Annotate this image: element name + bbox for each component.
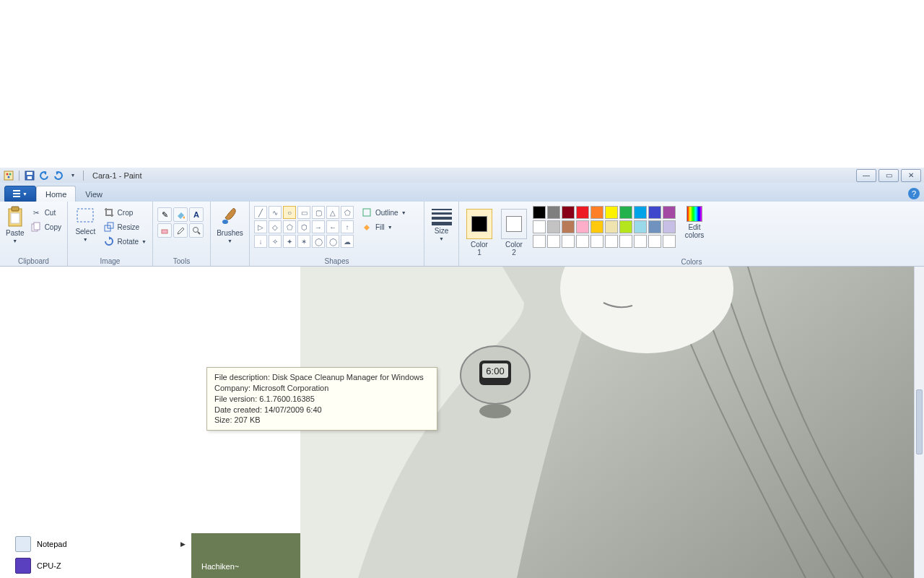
palette-swatch-empty[interactable] (605, 235, 618, 248)
shape-fill-button[interactable]: Fill▼ (359, 220, 408, 233)
redo-icon[interactable] (53, 170, 64, 181)
file-tab[interactable]: ▼ (4, 186, 36, 202)
group-size: Size▼ (424, 202, 459, 266)
palette-swatch[interactable] (634, 220, 647, 233)
palette-swatch[interactable] (663, 206, 676, 219)
size-icon (432, 206, 452, 225)
eraser-tool[interactable] (157, 223, 172, 238)
select-button[interactable]: Select▼ (72, 203, 99, 242)
brushes-button[interactable]: Brushes▼ (215, 203, 245, 243)
palette-swatch-empty[interactable] (590, 235, 603, 248)
svg-rect-20 (363, 209, 370, 216)
group-clipboard: Paste▼ ✂Cut Copy Clipboard (0, 202, 68, 266)
shapes-gallery[interactable]: ╱∿○▭▢△⬠ ▷◇⬠⬡→←↑ ↓✧✦✶◯◯☁ (254, 203, 354, 248)
palette-swatch[interactable] (648, 220, 661, 233)
scrollbar-thumb[interactable] (916, 389, 923, 454)
palette-swatch-empty[interactable] (547, 235, 560, 248)
scissors-icon: ✂ (30, 207, 42, 218)
palette-swatch[interactable] (533, 206, 546, 219)
palette-swatch[interactable] (648, 206, 661, 219)
cut-button[interactable]: ✂Cut (29, 206, 63, 219)
start-user-panel: Hachiken~ (191, 533, 300, 578)
color2-button[interactable]: Color 2 (498, 203, 530, 256)
palette-swatch[interactable] (547, 206, 560, 219)
fill-tool[interactable] (173, 207, 188, 222)
magnifier-tool[interactable] (189, 223, 204, 238)
palette-swatch[interactable] (634, 206, 647, 219)
canvas-area: 6:00 Notepad ▶ CPU-Z Hachiken~ Programs … (0, 267, 924, 578)
copy-button[interactable]: Copy (29, 220, 63, 233)
palette-swatch[interactable] (547, 220, 560, 233)
resize-button[interactable]: Resize (102, 220, 148, 233)
resize-icon (103, 221, 115, 233)
color1-button[interactable]: Color 1 (463, 203, 495, 256)
edit-colors-button[interactable]: Edit colors (679, 203, 710, 239)
fill-icon (361, 221, 372, 233)
minimize-button[interactable]: — (856, 169, 876, 182)
palette-swatch-empty[interactable] (533, 235, 546, 248)
palette-swatch[interactable] (590, 206, 603, 219)
size-button[interactable]: Size▼ (429, 203, 454, 241)
pencil-tool[interactable]: ✎ (157, 207, 172, 222)
color-palette[interactable] (533, 203, 676, 248)
svg-point-19 (222, 220, 228, 224)
vertical-scrollbar[interactable] (914, 267, 924, 578)
rotate-icon (103, 236, 115, 247)
qat-customize-icon[interactable]: ▼ (67, 170, 79, 181)
palette-swatch[interactable] (605, 220, 618, 233)
palette-swatch[interactable] (576, 206, 589, 219)
ribbon-tabs: ▼ Home View ? (0, 183, 924, 202)
svg-line-18 (198, 232, 200, 234)
copy-icon (30, 221, 42, 233)
maximize-button[interactable]: ▭ (879, 169, 899, 182)
palette-swatch[interactable] (663, 220, 676, 233)
save-icon[interactable] (24, 170, 35, 181)
palette-swatch[interactable] (562, 206, 575, 219)
text-tool[interactable]: A (189, 207, 204, 222)
start-item-notepad[interactable]: Notepad ▶ (9, 533, 191, 555)
svg-point-17 (193, 228, 199, 233)
start-menu-overlay: Notepad ▶ CPU-Z Hachiken~ Programs (1) c… (2, 533, 298, 578)
group-image: Select▼ Crop Resize Rotate▼ Image (68, 202, 153, 266)
paint-app-icon (3, 170, 14, 181)
palette-swatch[interactable] (590, 220, 603, 233)
group-label (429, 264, 454, 266)
tab-home[interactable]: Home (36, 186, 76, 202)
help-icon[interactable]: ? (908, 188, 920, 199)
palette-swatch[interactable] (576, 220, 589, 233)
submenu-arrow-icon: ▶ (180, 540, 186, 548)
palette-swatch-empty[interactable] (562, 235, 575, 248)
palette-swatch[interactable] (562, 220, 575, 233)
shape-outline-button[interactable]: Outline▼ (359, 206, 408, 219)
crop-button[interactable]: Crop (102, 206, 148, 219)
start-item-cpuz[interactable]: CPU-Z (9, 555, 191, 577)
window-title: Cara-1 - Paint (92, 171, 141, 180)
palette-swatch-empty[interactable] (619, 235, 632, 248)
palette-swatch[interactable] (619, 220, 632, 233)
outline-icon (361, 207, 372, 218)
svg-rect-9 (11, 213, 19, 223)
undo-icon[interactable] (38, 170, 50, 181)
quick-access-toolbar: ▼ (0, 170, 88, 181)
palette-swatch-empty[interactable] (663, 235, 676, 248)
group-label: Colors (463, 256, 920, 267)
palette-swatch-empty[interactable] (576, 235, 589, 248)
tab-view[interactable]: View (76, 186, 112, 202)
svg-rect-0 (4, 171, 13, 180)
palette-swatch-empty[interactable] (648, 235, 661, 248)
paste-button[interactable]: Paste▼ (4, 203, 26, 243)
picker-tool[interactable] (173, 223, 188, 238)
palette-swatch[interactable] (533, 220, 546, 233)
rotate-button[interactable]: Rotate▼ (102, 235, 148, 248)
qat-separator (19, 171, 19, 181)
palette-swatch[interactable] (605, 206, 618, 219)
close-button[interactable]: ✕ (901, 169, 921, 182)
palette-swatch[interactable] (619, 206, 632, 219)
crop-icon (103, 207, 115, 218)
svg-rect-16 (162, 230, 167, 233)
ribbon: Paste▼ ✂Cut Copy Clipboard Select▼ Crop … (0, 202, 924, 267)
group-label (215, 264, 245, 266)
svg-rect-6 (27, 176, 32, 179)
palette-swatch-empty[interactable] (634, 235, 647, 248)
svg-point-27 (479, 404, 511, 418)
